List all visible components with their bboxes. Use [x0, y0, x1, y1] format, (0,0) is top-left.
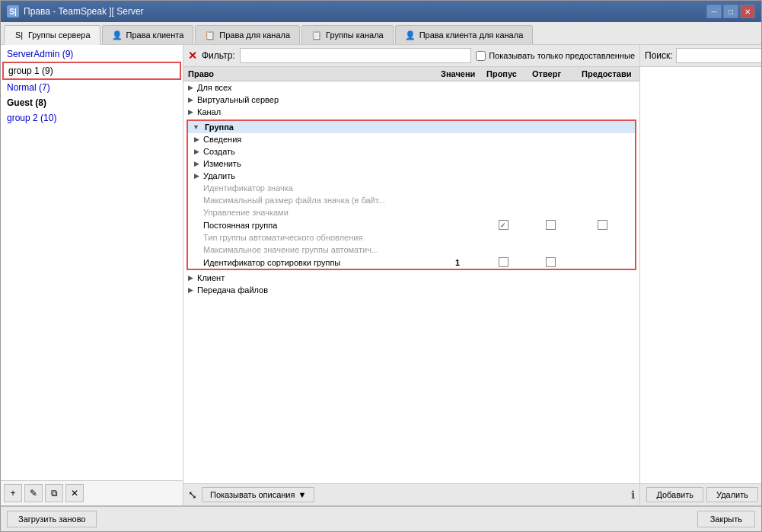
list-item-group1[interactable]: group 1 (9): [2, 62, 181, 80]
permanent-group-skip-checkbox[interactable]: [499, 220, 509, 230]
sort-id-reject-checkbox[interactable]: [546, 257, 556, 267]
tree-label-file-transfer: Передача файлов: [197, 285, 636, 295]
right-panel: Поиск: Добавить Удалить: [639, 45, 761, 505]
expand-arrow-channel: ▶: [188, 108, 197, 116]
list-item-serveradmin[interactable]: ServerAdmin (9): [2, 46, 181, 62]
arrow-delete: ▶: [194, 172, 203, 180]
minimize-button[interactable]: ─: [706, 5, 722, 18]
tab-client-channel-rights-label: Права клиента для канала: [419, 30, 524, 40]
add-group-button[interactable]: +: [4, 484, 22, 502]
section-item-svedenia[interactable]: ▶ Сведения: [188, 133, 635, 145]
label-max-icon-size: Максимальный размер файла значка (в байт…: [203, 196, 629, 205]
app-icon: S|: [7, 5, 19, 18]
tab-client-channel-rights[interactable]: 👤 Права клиента для канала: [395, 25, 534, 44]
section-item-auto-update-type: Тип группы автоматического обновления: [188, 231, 635, 244]
tab-channel-rights-label: Права для канала: [219, 30, 290, 40]
filter-label: Фильтр:: [202, 50, 235, 61]
copy-group-button[interactable]: ⧉: [45, 484, 63, 502]
delete-button[interactable]: Удалить: [706, 487, 758, 502]
section-item-icon-id: Идентификатор значка: [188, 182, 635, 194]
label-delete: Удалить: [203, 171, 235, 180]
show-only-granted-label: Показывать только предоставленные: [489, 51, 635, 60]
channel-groups-tab-icon: 📋: [311, 30, 322, 40]
tree-item-client[interactable]: ▶ Клиент: [183, 272, 639, 284]
close-button[interactable]: Закрыть: [697, 511, 755, 527]
sort-id-reject[interactable]: [526, 257, 575, 267]
arrow-create: ▶: [194, 148, 203, 155]
clear-filter-button[interactable]: ✕: [188, 49, 197, 62]
section-item-max-auto-update: Максимальное значение группы автоматич..…: [188, 244, 635, 256]
section-item-max-icon-size: Максимальный размер файла значка (в байт…: [188, 194, 635, 206]
show-descriptions-button[interactable]: Показывать описания ▼: [202, 487, 314, 502]
tab-server-groups[interactable]: S| Группы сервера: [4, 25, 100, 45]
add-button[interactable]: Добавить: [646, 487, 703, 502]
label-create: Создать: [203, 147, 235, 156]
server-groups-tab-icon: S|: [14, 30, 24, 40]
maximize-button[interactable]: □: [723, 5, 738, 18]
list-item-guest[interactable]: Guest (8): [2, 95, 181, 110]
delete-group-button[interactable]: ✕: [65, 484, 84, 502]
tree-item-file-transfer[interactable]: ▶ Передача файлов: [183, 284, 639, 296]
label-edit: Изменить: [203, 159, 241, 168]
tab-channel-rights[interactable]: 📋 Права для канала: [195, 25, 300, 44]
permanent-group-grant[interactable]: [575, 220, 629, 230]
expand-arrow-client: ▶: [188, 274, 197, 282]
bottom-bar: Загрузить заново Закрыть: [1, 505, 761, 531]
client-channel-rights-tab-icon: 👤: [405, 30, 416, 40]
window-title: Права - TeamSpeak ][ Server: [24, 6, 144, 17]
client-rights-tab-icon: 👤: [112, 30, 123, 40]
tree-label-for-all: Для всех: [197, 83, 636, 92]
dropdown-arrow-icon: ▼: [298, 490, 306, 499]
group-section-header[interactable]: ▼ Группа: [188, 121, 635, 133]
tab-client-rights[interactable]: 👤 Права клиента: [102, 25, 194, 44]
tree-label-client: Клиент: [197, 273, 636, 282]
tree-item-virtual-server[interactable]: ▶ Виртуальный сервер: [183, 94, 639, 106]
show-desc-label: Показывать описания: [210, 490, 295, 499]
label-sort-id: Идентификатор сортировки группы: [203, 258, 435, 267]
permanent-group-skip[interactable]: [480, 220, 526, 230]
permanent-group-reject-checkbox[interactable]: [546, 220, 556, 230]
arrow-svedenia: ▶: [194, 135, 203, 143]
search-results: [640, 67, 761, 483]
edit-group-button[interactable]: ✎: [24, 484, 43, 502]
group-section-arrow: ▼: [193, 123, 202, 131]
filter-input[interactable]: [240, 48, 472, 63]
sort-id-skip[interactable]: [480, 257, 526, 267]
section-item-permanent-group[interactable]: Постоянная группа: [188, 218, 635, 231]
show-only-granted-area: Показывать только предоставленные: [476, 51, 635, 61]
resize-icon: ⤡: [188, 489, 197, 501]
label-icon-manage: Управление значками: [203, 208, 629, 217]
label-max-auto-update: Максимальное значение группы автоматич..…: [203, 245, 629, 254]
section-item-delete[interactable]: ▶ Удалить: [188, 170, 635, 182]
close-window-button[interactable]: ✕: [740, 5, 755, 18]
tab-channel-groups[interactable]: 📋 Группы канала: [301, 25, 394, 44]
section-item-create[interactable]: ▶ Создать: [188, 145, 635, 158]
tab-channel-groups-label: Группы канала: [326, 30, 384, 40]
list-item-normal[interactable]: Normal (7): [2, 80, 181, 95]
tree-item-channel[interactable]: ▶ Канал: [183, 106, 639, 118]
tabs-bar: S| Группы сервера 👤 Права клиента 📋 Прав…: [1, 22, 761, 45]
section-item-edit[interactable]: ▶ Изменить: [188, 158, 635, 170]
info-icon: ℹ: [631, 489, 635, 501]
permanent-group-reject[interactable]: [526, 220, 575, 230]
label-icon-id: Идентификатор значка: [203, 183, 629, 193]
filter-bar: ✕ Фильтр: Показывать только предоставлен…: [183, 45, 639, 67]
sort-id-skip-checkbox[interactable]: [499, 257, 509, 267]
main-content: ServerAdmin (9) group 1 (9) Normal (7) G…: [1, 45, 761, 505]
section-item-sort-id[interactable]: Идентификатор сортировки группы 1: [188, 256, 635, 269]
expand-arrow-file-transfer: ▶: [188, 286, 197, 294]
search-input[interactable]: [676, 48, 761, 63]
expand-arrow-virtual-server: ▶: [188, 96, 197, 104]
list-item-group2[interactable]: group 2 (10): [2, 110, 181, 126]
tree-item-for-all[interactable]: ▶ Для всех: [183, 81, 639, 94]
sort-id-value: 1: [435, 258, 480, 267]
permanent-group-grant-checkbox[interactable]: [598, 220, 607, 230]
title-bar: S| Права - TeamSpeak ][ Server ─ □ ✕: [1, 1, 761, 22]
table-header: Право Значени Пропус Отверг Предостави: [183, 67, 639, 81]
show-only-granted-checkbox[interactable]: [476, 51, 486, 61]
label-permanent-group: Постоянная группа: [203, 221, 435, 230]
group-section-label: Группа: [205, 123, 234, 132]
reload-button[interactable]: Загрузить заново: [7, 511, 97, 527]
expand-arrow-for-all: ▶: [188, 84, 197, 91]
window-controls: ─ □ ✕: [706, 5, 755, 18]
